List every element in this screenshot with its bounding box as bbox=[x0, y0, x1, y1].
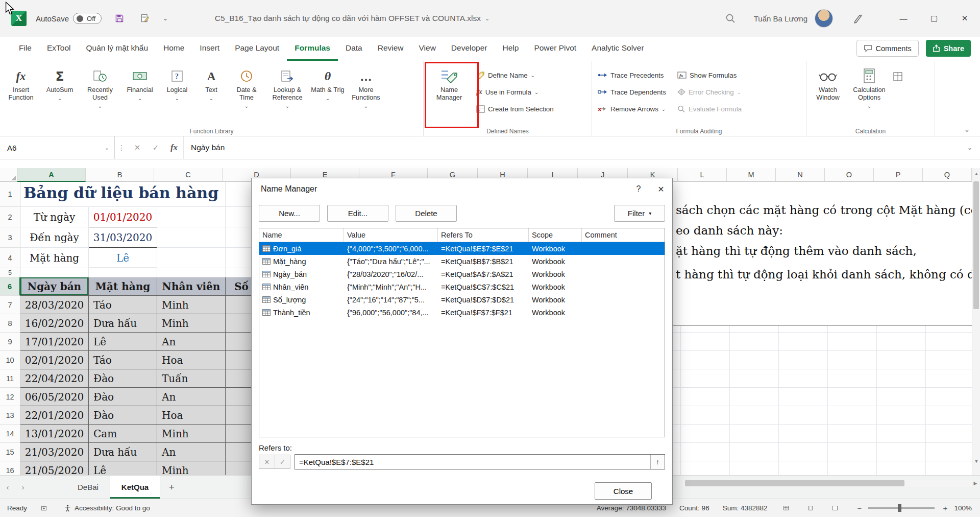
cell-b15[interactable]: Dưa hấu bbox=[89, 443, 157, 461]
zoom-slider[interactable] bbox=[868, 507, 935, 509]
horizontal-scrollbar[interactable]: ▶ bbox=[683, 480, 972, 487]
cell-c13[interactable]: Hoa bbox=[157, 406, 226, 425]
collapse-dialog-button[interactable]: ↑ bbox=[650, 455, 665, 469]
normal-view-button[interactable] bbox=[780, 503, 792, 513]
cell-c14[interactable]: Minh bbox=[157, 425, 226, 443]
delete-name-button[interactable]: Delete bbox=[396, 205, 457, 222]
search-button[interactable] bbox=[720, 8, 741, 29]
cell-b10[interactable]: Táo bbox=[89, 351, 157, 369]
maximize-button[interactable]: ▢ bbox=[919, 0, 949, 37]
name-row-nhan-vien[interactable]: Nhân_viên {"Minh";"Minh";"An";"H... =Ket… bbox=[259, 280, 665, 293]
show-formulas-button[interactable]: fx Show Formulas bbox=[674, 67, 745, 83]
insert-function-button[interactable]: fx Insert Function bbox=[2, 63, 40, 101]
cell-b2[interactable]: 01/01/2020 bbox=[89, 207, 157, 227]
cell-a6-selected[interactable]: Ngày bán bbox=[20, 277, 89, 296]
cell-b16[interactable]: Lê bbox=[89, 461, 157, 475]
scroll-right-icon[interactable]: ▶ bbox=[972, 480, 979, 487]
expand-formula-bar-button[interactable]: ⌄ bbox=[960, 136, 980, 159]
grid-fill[interactable] bbox=[681, 461, 972, 475]
sheet-tab-debai[interactable]: DeBai bbox=[66, 476, 110, 499]
cell-c3[interactable] bbox=[157, 227, 226, 248]
tab-page-layout[interactable]: Page Layout bbox=[227, 37, 287, 61]
cell-b6[interactable]: Mặt hàng bbox=[89, 277, 157, 296]
cell-a9[interactable]: 17/01/2020 bbox=[20, 333, 89, 351]
column-header-b[interactable]: B bbox=[86, 168, 154, 182]
zoom-in-button[interactable]: + bbox=[940, 503, 949, 513]
save-button[interactable] bbox=[112, 11, 127, 26]
edit-name-button[interactable]: Edit... bbox=[327, 205, 388, 222]
tab-help[interactable]: Help bbox=[495, 37, 527, 61]
cell-c11[interactable]: Tuấn bbox=[157, 369, 226, 388]
cell-c5[interactable] bbox=[157, 268, 226, 277]
edit-document-button[interactable] bbox=[137, 11, 153, 26]
column-header-c[interactable]: C bbox=[154, 168, 223, 182]
cell-a4[interactable]: Mặt hàng bbox=[20, 248, 89, 268]
grid-fill[interactable] bbox=[681, 388, 972, 406]
cell-a14[interactable]: 13/01/2020 bbox=[20, 425, 89, 443]
row-header-1[interactable]: 1 bbox=[0, 182, 20, 207]
tab-developer[interactable]: Developer bbox=[444, 37, 495, 61]
page-break-view-button[interactable] bbox=[829, 503, 841, 513]
cell-b8[interactable]: Dưa hấu bbox=[89, 314, 157, 333]
enter-entry-button[interactable]: ✓ bbox=[146, 136, 165, 159]
column-header-o[interactable]: O bbox=[825, 168, 874, 182]
financial-button[interactable]: Financial ⌄ bbox=[120, 63, 159, 102]
formula-input[interactable]: Ngày bán bbox=[183, 136, 960, 159]
name-box[interactable]: A6 ⌄ bbox=[0, 136, 115, 159]
previous-sheet-button[interactable]: ‹ bbox=[0, 476, 15, 499]
cell-a11[interactable]: 22/04/2020 bbox=[20, 369, 89, 388]
vertical-scroll-thumb[interactable] bbox=[973, 181, 979, 309]
grid-fill[interactable] bbox=[681, 443, 972, 461]
column-refers-to[interactable]: Refers To bbox=[438, 228, 529, 242]
cell-c8[interactable]: Minh bbox=[157, 314, 226, 333]
name-row-ngay-ban[interactable]: Ngày_bán {"28/03/2020";"16/02/... =KetQu… bbox=[259, 268, 665, 280]
close-button[interactable]: ✕ bbox=[949, 0, 980, 37]
dialog-title-bar[interactable]: Name Manager ? ✕ bbox=[252, 178, 672, 200]
cell-c2[interactable] bbox=[157, 207, 226, 227]
grid-fill[interactable] bbox=[681, 425, 972, 443]
user-name[interactable]: Tuấn Ba Lương bbox=[754, 14, 807, 23]
lookup-reference-button[interactable]: Lookup & Reference ⌄ bbox=[265, 63, 309, 110]
watch-window-button[interactable]: Watch Window bbox=[808, 63, 847, 101]
vertical-scrollbar[interactable]: ▲ ▼ bbox=[972, 168, 980, 475]
cell-c16[interactable]: Minh bbox=[157, 461, 226, 475]
insert-function-fx-button[interactable]: fx bbox=[165, 136, 183, 159]
cell-a3[interactable]: Đến ngày bbox=[20, 227, 89, 248]
dialog-close-button[interactable]: Close bbox=[595, 482, 652, 500]
tab-file[interactable]: File bbox=[11, 37, 39, 61]
macro-record-button[interactable] bbox=[38, 503, 50, 513]
column-comment[interactable]: Comment bbox=[582, 228, 665, 242]
user-avatar[interactable] bbox=[815, 9, 833, 28]
column-scope[interactable]: Scope bbox=[529, 228, 582, 242]
new-name-button[interactable]: New... bbox=[259, 205, 320, 222]
new-sheet-button[interactable]: + bbox=[160, 476, 183, 499]
document-title-wrap[interactable]: C5_B16_Tạo danh sách tự động co dãn với … bbox=[153, 0, 551, 37]
column-header-l[interactable]: L bbox=[678, 168, 727, 182]
column-header-q[interactable]: Q bbox=[923, 168, 972, 182]
scroll-down-icon[interactable]: ▼ bbox=[972, 457, 980, 466]
tab-data[interactable]: Data bbox=[338, 37, 370, 61]
tab-formulas[interactable]: Formulas bbox=[287, 37, 338, 61]
next-sheet-button[interactable]: › bbox=[15, 476, 31, 499]
tab-analytic-solver[interactable]: Analytic Solver bbox=[584, 37, 652, 61]
grid-fill[interactable] bbox=[681, 351, 972, 369]
cell-a13[interactable]: 22/01/2020 bbox=[20, 406, 89, 425]
row-header-16[interactable]: 16 bbox=[0, 461, 20, 475]
row-header-15[interactable]: 15 bbox=[0, 443, 20, 461]
row-header-11[interactable]: 11 bbox=[0, 369, 20, 388]
remove-arrows-button[interactable]: ✕ Remove Arrows ⌄ bbox=[594, 101, 670, 116]
cell-c7[interactable]: Minh bbox=[157, 296, 226, 314]
error-checking-button[interactable]: ! Error Checking ⌄ bbox=[674, 84, 745, 100]
cell-b7[interactable]: Táo bbox=[89, 296, 157, 314]
cell-c4[interactable] bbox=[157, 248, 226, 268]
use-in-formula-button[interactable]: fx Use in Formula ⌄ bbox=[473, 84, 557, 100]
row-header-13[interactable]: 13 bbox=[0, 406, 20, 425]
row-header-9[interactable]: 9 bbox=[0, 333, 20, 351]
row-header-7[interactable]: 7 bbox=[0, 296, 20, 314]
define-name-button[interactable]: Define Name ⌄ bbox=[473, 67, 557, 83]
horizontal-scroll-thumb[interactable] bbox=[685, 480, 904, 486]
cell-a16[interactable]: 21/05/2020 bbox=[20, 461, 89, 475]
tab-extool[interactable]: ExTool bbox=[39, 37, 79, 61]
tab-home[interactable]: Home bbox=[156, 37, 192, 61]
row-header-8[interactable]: 8 bbox=[0, 314, 20, 333]
